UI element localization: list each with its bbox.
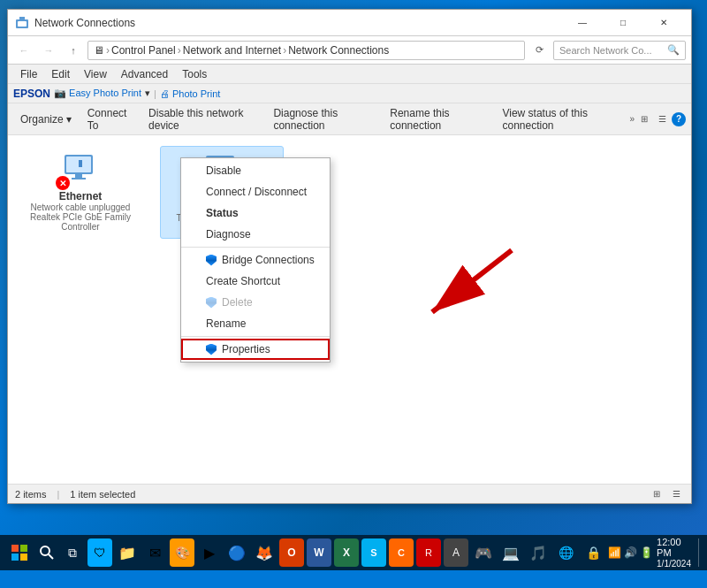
taskbar-icon-word[interactable]: W [307,538,331,567]
address-path[interactable]: 🖥 › Control Panel › Network and Internet… [87,41,525,60]
up-button[interactable]: ↑ [63,40,84,61]
view-details-button[interactable]: ☰ [654,112,670,126]
windows-logo-icon [11,544,28,561]
start-button[interactable] [5,537,34,569]
maximize-button[interactable]: □ [603,10,643,36]
status-items-count: 2 items [15,489,46,500]
ctx-disable[interactable]: Disable [181,160,330,181]
taskbar-icon-chrome[interactable]: 🔵 [224,538,249,567]
breadcrumb-network-connections[interactable]: Network Connections [288,44,389,57]
organize-chevron-icon: ▾ [66,113,72,126]
ethernet-connection-item[interactable]: ✕ Ethernet Network cable unplugged Realt… [19,146,142,237]
ctx-separator-1 [181,247,330,248]
svg-line-22 [49,554,53,559]
menu-advanced[interactable]: Advanced [114,66,175,82]
taskbar-icon-citrix[interactable]: C [389,538,414,567]
desktop: Network Connections — □ ✕ ← → ↑ 🖥 › Cont… [0,0,707,535]
ctx-rename[interactable]: Rename [181,313,330,334]
taskbar-icon-windows-security[interactable]: 🛡 [87,538,112,567]
taskbar-icon-steam[interactable]: 🎮 [471,538,496,567]
taskbar-icon-file-explorer[interactable]: 📁 [115,538,140,567]
ctx-bridge[interactable]: Bridge Connections [181,249,330,271]
tray-network-icon[interactable]: 📶 [608,546,621,559]
task-view-button[interactable]: ⧉ [60,538,85,567]
connect-to-button[interactable]: Connect To [80,107,140,132]
tray-volume-icon[interactable]: 🔊 [624,546,637,559]
taskbar-icon-office[interactable]: O [279,538,304,567]
back-button[interactable]: ← [13,40,34,61]
network-connections-window: Network Connections — □ ✕ ← → ↑ 🖥 › Cont… [7,9,692,504]
search-icon: 🔍 [667,44,680,56]
breadcrumb-control-panel[interactable]: Control Panel [111,44,176,57]
main-content: ✕ Ethernet Network cable unplugged Realt… [8,135,691,484]
menu-edit[interactable]: Edit [44,66,77,82]
ctx-properties[interactable]: Properties [181,339,330,360]
taskbar-icon-vpn[interactable]: 🔒 [581,538,605,567]
ethernet-icon-wrap: ✕ [59,151,102,187]
diagnose-label: Diagnose this connection [273,107,374,132]
search-placeholder: Search Network Co... [559,45,652,56]
organize-button[interactable]: Organize ▾ [13,107,79,132]
show-desktop-button[interactable] [698,538,702,567]
svg-rect-18 [20,545,27,552]
ctx-diagnose[interactable]: Diagnose [181,224,330,245]
menu-view[interactable]: View [77,66,114,82]
details-view-button[interactable]: ☰ [668,487,684,501]
taskbar: ⧉ 🛡 📁 ✉ 🎨 ▶ 🔵 🦊 O W X S C R A 🎮 💻 🎵 🌐 🔒 … [0,535,707,570]
menu-tools[interactable]: Tools [175,66,214,82]
taskbar-icon-network2[interactable]: 🌐 [553,538,578,567]
diagnose-button[interactable]: Diagnose this connection [266,107,381,132]
large-icons-view-button[interactable]: ⊞ [649,487,665,501]
view-status-button[interactable]: View status of this connection [495,107,627,132]
epson-bar: EPSON 📷 Easy Photo Print ▾ | 🖨 Photo Pri… [8,84,691,103]
taskbar-icon-mail[interactable]: ✉ [142,538,167,567]
toolbar-overflow[interactable]: » [629,114,635,124]
taskbar-icon-tablet[interactable]: A [444,538,468,567]
svg-rect-2 [19,17,25,20]
taskbar-icon-excel[interactable]: X [334,538,359,567]
refresh-button[interactable]: ⟳ [528,40,550,61]
search-box[interactable]: Search Network Co... 🔍 [553,41,686,60]
help-button[interactable]: ? [672,112,686,126]
shield-icon-properties [206,344,217,355]
taskbar-icon-red-app[interactable]: R [416,538,441,567]
epson-easy-photo-print[interactable]: 📷 Easy Photo Print [54,88,141,99]
menu-bar: File Edit View Advanced Tools [8,65,691,84]
view-options-button[interactable]: ⊞ [636,112,652,126]
minimize-button[interactable]: — [562,10,603,36]
taskbar-search-button[interactable] [36,540,58,565]
taskbar-icon-firefox[interactable]: 🦊 [252,538,277,567]
taskbar-right-area: 📶 🔊 🔋 12:00 PM1/1/2024 [608,537,702,569]
ctx-create-shortcut[interactable]: Create Shortcut [181,271,330,292]
close-button[interactable]: ✕ [643,10,684,36]
shield-icon-delete [206,297,217,309]
taskbar-icon-skype[interactable]: S [361,538,386,567]
svg-rect-1 [18,21,27,27]
red-arrow-indicator [388,241,529,330]
breadcrumb-network-internet[interactable]: Network and Internet [183,44,281,57]
status-bar: 2 items | 1 item selected ⊞ ☰ [8,484,691,503]
forward-button[interactable]: → [38,40,59,61]
taskbar-icon-photo[interactable]: 🎨 [170,538,194,567]
epson-photo-print[interactable]: 🖨 Photo Print [160,88,220,99]
ctx-connect-disconnect[interactable]: Connect / Disconnect [181,181,330,202]
disable-network-label: Disable this network device [148,107,257,132]
rename-button[interactable]: Rename this connection [383,107,493,132]
taskbar-icon-media[interactable]: ▶ [197,538,222,567]
status-selected-count: 1 item selected [70,489,135,500]
svg-line-16 [432,250,512,312]
system-clock[interactable]: 12:00 PM1/1/2024 [657,537,691,569]
disable-network-button[interactable]: Disable this network device [141,107,264,132]
ctx-connect-label: Connect / Disconnect [206,186,307,198]
address-bar: ← → ↑ 🖥 › Control Panel › Network and In… [8,36,691,65]
tray-battery-icon[interactable]: 🔋 [640,546,653,559]
ctx-shortcut-label: Create Shortcut [206,275,280,287]
taskbar-icon-pc[interactable]: 💻 [498,538,523,567]
menu-file[interactable]: File [13,66,44,82]
rename-label: Rename this connection [390,107,486,132]
search-taskbar-icon [39,545,55,561]
window-title: Network Connections [34,17,562,29]
ctx-status[interactable]: Status [181,202,330,224]
taskbar-icon-music[interactable]: 🎵 [526,538,551,567]
ctx-separator-2 [181,336,330,337]
